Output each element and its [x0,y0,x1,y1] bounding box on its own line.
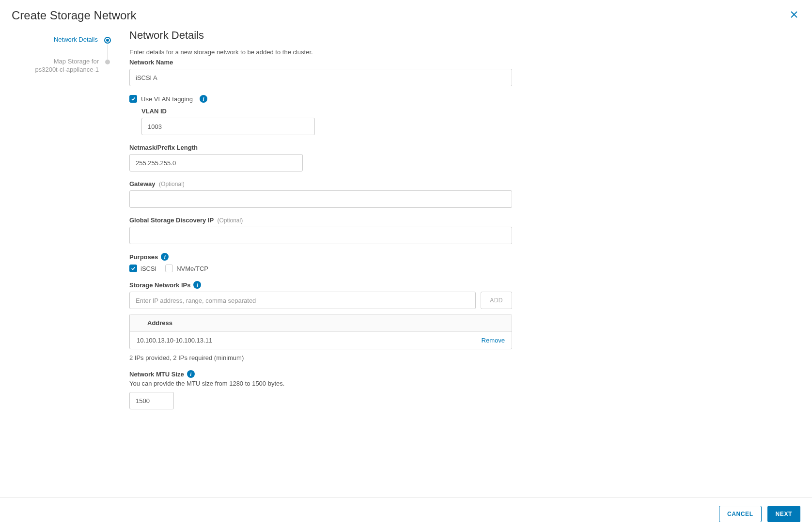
network-name-group: Network Name [129,59,547,86]
mtu-input[interactable] [129,392,174,409]
next-button[interactable]: NEXT [767,506,800,522]
vlan-id-label: VLAN ID [141,108,547,115]
storage-ips-label: Storage Network IPs [129,281,190,289]
vlan-id-group: VLAN ID [129,108,547,135]
step-map-storage: Map Storage for ps3200t-cl-appliance-1 [12,58,111,88]
iscsi-checkbox[interactable] [129,265,137,272]
purposes-label: Purposes [129,253,158,261]
step-network-details[interactable]: Network Details [12,36,111,58]
modal-title: Create Storage Network [12,9,136,22]
info-icon[interactable]: i [187,370,195,378]
mtu-group: Network MTU Size i You can provide the M… [129,370,547,409]
gateway-group: Gateway (Optional) [129,180,547,208]
mtu-label: Network MTU Size [129,371,184,378]
info-icon[interactable]: i [193,281,201,289]
step-dot-active-icon [104,37,111,44]
content: Network Details Map Storage for ps3200t-… [0,29,812,498]
vlan-id-input[interactable] [141,118,315,135]
ip-address-value: 10.100.13.10-10.100.13.11 [137,337,212,344]
netmask-input[interactable] [129,154,303,171]
purposes-group: Purposes i iSCSI NVMe/TCP [129,253,547,272]
discovery-ip-group: Global Storage Discovery IP (Optional) [129,217,547,244]
iscsi-label: iSCSI [141,265,156,272]
mtu-description: You can provide the MTU size from 1280 t… [129,380,547,387]
vlan-tagging-checkbox[interactable] [129,95,137,103]
close-icon[interactable] [788,9,800,20]
modal-footer: CANCEL NEXT [0,498,812,530]
storage-ips-group: Storage Network IPs i ADD Address 10.100… [129,281,547,361]
purpose-nvme: NVMe/TCP [165,265,208,272]
ip-table-row: 10.100.13.10-10.100.13.11 Remove [130,332,512,349]
gateway-input[interactable] [129,190,512,208]
discovery-ip-label: Global Storage Discovery IP (Optional) [129,217,547,224]
wizard-stepper: Network Details Map Storage for ps3200t-… [12,29,111,486]
vlan-tagging-label: Use VLAN tagging [141,95,193,103]
nvme-label: NVMe/TCP [176,265,208,272]
remove-ip-link[interactable]: Remove [482,337,505,344]
add-ip-button[interactable]: ADD [481,292,512,309]
gateway-label: Gateway (Optional) [129,180,547,187]
info-icon[interactable]: i [161,253,169,261]
cancel-button[interactable]: CANCEL [719,506,762,522]
step-dot-inactive-icon [105,60,110,64]
info-icon[interactable]: i [200,95,207,103]
ip-table-header: Address [130,314,512,332]
ip-address-input[interactable] [129,292,476,309]
netmask-group: Netmask/Prefix Length [129,144,547,171]
section-description: Enter details for a new storage network … [129,48,547,56]
vlan-tagging-row: Use VLAN tagging i [129,95,547,103]
ip-count-hint: 2 IPs provided, 2 IPs required (minimum) [129,354,547,361]
network-details-form: Network Details Enter details for a new … [111,29,547,486]
network-name-label: Network Name [129,59,547,66]
nvme-checkbox[interactable] [165,265,173,272]
network-name-input[interactable] [129,69,512,86]
section-title: Network Details [129,29,547,42]
modal-header: Create Storage Network [0,0,812,29]
ip-table: Address 10.100.13.10-10.100.13.11 Remove [129,314,512,349]
discovery-ip-input[interactable] [129,227,512,244]
netmask-label: Netmask/Prefix Length [129,144,547,151]
purpose-iscsi: iSCSI [129,265,156,272]
